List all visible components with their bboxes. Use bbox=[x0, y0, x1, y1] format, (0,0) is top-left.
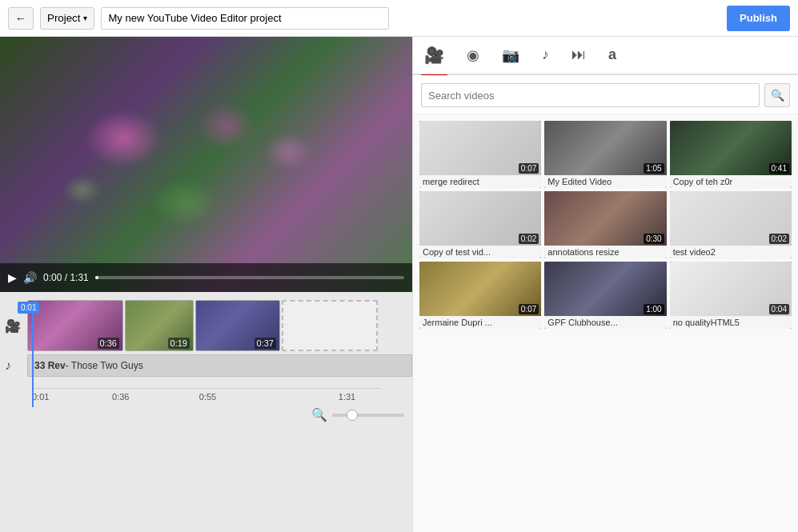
tab-transitions[interactable]: ⏭ bbox=[568, 37, 589, 75]
list-item[interactable]: merge redirect 0:07 bbox=[419, 121, 541, 188]
clip-duration: 0:37 bbox=[255, 338, 276, 349]
video-title: annotations resize bbox=[544, 246, 666, 258]
timeline-ruler: 0:01 0:36 0:55 1:31 bbox=[32, 388, 380, 404]
project-button[interactable]: Project ▾ bbox=[40, 7, 94, 30]
video-controls: ▶ 🔊 0:00 / 1:31 bbox=[0, 263, 412, 292]
list-item[interactable]: Jermaine Dupri ... 0:07 bbox=[419, 262, 541, 329]
search-icon: 🔍 bbox=[771, 89, 784, 102]
video-duration: 0:07 bbox=[519, 163, 539, 174]
timeline-bottom: 0:01 0:36 0:55 1:31 bbox=[0, 385, 412, 404]
search-button[interactable]: 🔍 bbox=[764, 83, 790, 107]
time-marker-2: 0:36 bbox=[112, 392, 129, 402]
video-duration: 0:07 bbox=[519, 304, 539, 314]
video-title: merge redirect bbox=[419, 175, 541, 188]
video-title: no qualityHTML5 bbox=[670, 316, 792, 329]
publish-button[interactable]: Publish bbox=[727, 6, 790, 31]
video-title: Copy of teh z0r bbox=[670, 175, 792, 188]
list-item[interactable]: Copy of teh z0r 0:41 bbox=[670, 121, 792, 188]
zoom-slider[interactable] bbox=[332, 414, 404, 417]
tab-music[interactable]: ♪ bbox=[539, 37, 552, 75]
left-panel: ▶ 🔊 0:00 / 1:31 🎥 0:36 bbox=[0, 37, 412, 532]
back-icon: ← bbox=[15, 12, 26, 25]
clip-duration: 0:36 bbox=[98, 338, 119, 349]
video-preview: ▶ 🔊 0:00 / 1:31 bbox=[0, 37, 412, 292]
video-track-icon: 🎥 bbox=[5, 318, 27, 334]
video-title: My Edited Video bbox=[544, 175, 666, 188]
tab-captions[interactable]: ◉ bbox=[463, 37, 483, 76]
video-track-row: 🎥 0:36 0:19 0:37 bbox=[0, 300, 412, 351]
video-duration: 0:30 bbox=[644, 234, 664, 244]
audio-artist: 33 Rev bbox=[34, 360, 66, 371]
app-header: ← Project ▾ Publish bbox=[0, 0, 798, 37]
progress-fill bbox=[95, 276, 98, 279]
timeline-area: 🎥 0:36 0:19 0:37 bbox=[0, 292, 412, 532]
project-title-input[interactable] bbox=[101, 7, 389, 30]
time-marker-4: 1:31 bbox=[339, 392, 355, 402]
time-display: 0:00 / 1:31 bbox=[43, 272, 89, 283]
drop-zone[interactable] bbox=[282, 300, 378, 351]
time-marker-3: 0:55 bbox=[199, 392, 216, 402]
tabs-bar: 🎥 ◉ 📷 ♪ ⏭ a bbox=[413, 37, 798, 75]
video-duration: 0:02 bbox=[769, 234, 789, 244]
play-button[interactable]: ▶ bbox=[8, 271, 17, 284]
video-duration: 0:04 bbox=[769, 304, 789, 314]
tab-video[interactable]: 🎥 bbox=[421, 36, 447, 77]
list-item[interactable]: GPF Clubhouse... 1:00 bbox=[544, 262, 666, 329]
video-clip[interactable]: 0:37 bbox=[195, 300, 280, 351]
list-item[interactable]: test video2 0:02 bbox=[670, 191, 792, 258]
video-duration: 0:02 bbox=[519, 234, 539, 244]
video-title: test video2 bbox=[670, 246, 792, 258]
project-label: Project bbox=[47, 12, 80, 24]
list-item[interactable]: annotations resize 0:30 bbox=[544, 191, 666, 258]
timeline-tracks: 🎥 0:36 0:19 0:37 bbox=[0, 292, 412, 385]
audio-title: - Those Two Guys bbox=[66, 360, 143, 371]
playhead[interactable]: 0:01 bbox=[32, 303, 34, 407]
list-item[interactable]: My Edited Video 1:05 bbox=[544, 121, 666, 188]
video-title: GPF Clubhouse... bbox=[544, 316, 666, 329]
video-grid: merge redirect 0:07 My Edited Video 1:05… bbox=[413, 114, 798, 532]
playhead-label: 0:01 bbox=[18, 302, 39, 314]
audio-track-row: ♪ 33 Rev - Those Two Guys bbox=[0, 354, 412, 377]
search-bar: 🔍 bbox=[413, 75, 798, 114]
back-button[interactable]: ← bbox=[8, 7, 34, 30]
clip-duration: 0:19 bbox=[168, 338, 190, 349]
main-area: ▶ 🔊 0:00 / 1:31 🎥 0:36 bbox=[0, 37, 798, 532]
video-clip[interactable]: 0:19 bbox=[125, 300, 194, 351]
list-item[interactable]: no qualityHTML5 0:04 bbox=[670, 262, 792, 329]
video-duration: 1:05 bbox=[644, 163, 664, 174]
video-clip[interactable]: 0:36 bbox=[27, 300, 123, 351]
search-input[interactable] bbox=[421, 83, 760, 107]
video-clips-container: 0:36 0:19 0:37 bbox=[27, 300, 378, 351]
zoom-icon[interactable]: 🔍 bbox=[311, 407, 327, 422]
audio-clip[interactable]: 33 Rev - Those Two Guys bbox=[27, 354, 412, 377]
video-title: Jermaine Dupri ... bbox=[419, 316, 541, 329]
tab-text[interactable]: a bbox=[605, 37, 620, 75]
video-frame bbox=[0, 37, 412, 292]
video-duration: 1:00 bbox=[644, 304, 664, 314]
right-panel: 🎥 ◉ 📷 ♪ ⏭ a 🔍 merge redirect 0:07 My Edi… bbox=[412, 37, 798, 532]
progress-bar[interactable] bbox=[95, 276, 404, 279]
zoom-thumb[interactable] bbox=[347, 410, 358, 421]
time-marker-1: 0:01 bbox=[32, 392, 49, 402]
tab-camera[interactable]: 📷 bbox=[499, 37, 523, 76]
list-item[interactable]: Copy of test vid... 0:02 bbox=[419, 191, 541, 258]
zoom-controls: 🔍 bbox=[0, 404, 412, 426]
volume-button[interactable]: 🔊 bbox=[23, 271, 37, 284]
video-duration: 0:41 bbox=[769, 163, 789, 174]
video-title: Copy of test vid... bbox=[419, 246, 541, 258]
music-icon: ♪ bbox=[5, 358, 27, 373]
chevron-down-icon: ▾ bbox=[83, 14, 87, 22]
